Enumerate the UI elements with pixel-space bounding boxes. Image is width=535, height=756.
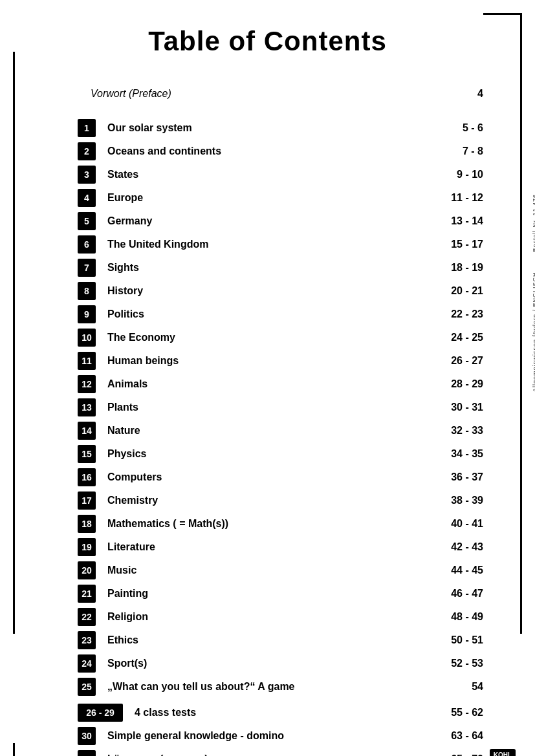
toc-pages: 26 - 27 xyxy=(431,355,483,367)
toc-row: 3States9 - 10 xyxy=(39,163,496,186)
toc-pages: 50 - 51 xyxy=(431,634,483,646)
num-badge: 24 xyxy=(78,654,96,673)
num-badge: 23 xyxy=(78,631,96,649)
num-badge: 3 xyxy=(78,166,96,184)
toc-row: 7Sights18 - 19 xyxy=(39,256,496,279)
toc-label: Painting xyxy=(107,588,431,599)
toc-pages: 34 - 35 xyxy=(431,448,483,460)
toc-pages: 38 - 39 xyxy=(431,495,483,506)
toc-row: 4Europe11 - 12 xyxy=(39,186,496,210)
toc-row: 10The Economy24 - 25 xyxy=(39,326,496,349)
toc-label: Religion xyxy=(107,611,431,623)
num-badge: 21 xyxy=(78,585,96,603)
num-badge: 5 xyxy=(78,212,96,230)
toc-pages: 18 - 19 xyxy=(431,262,483,274)
toc-label: Sport(s) xyxy=(107,658,431,669)
toc-pages: 63 - 64 xyxy=(431,730,483,742)
toc-label: 4 class tests xyxy=(135,707,431,718)
num-badge: 8 xyxy=(78,282,96,300)
toc-label: Plants xyxy=(107,402,431,413)
toc-row: 14Nature32 - 33 xyxy=(39,419,496,442)
toc-label: States xyxy=(107,169,431,180)
toc-pages: 11 - 12 xyxy=(431,192,483,204)
num-badge: 12 xyxy=(78,375,96,393)
num-badge: 11 xyxy=(78,352,96,370)
toc-label: Human beings xyxy=(107,355,431,367)
num-badge: 7 xyxy=(78,259,96,277)
vertical-text: Allgemeinwissen fördern / ENGLISCH — Bes… xyxy=(532,194,535,392)
num-badge: 18 xyxy=(78,515,96,533)
toc-label: Animals xyxy=(107,378,431,390)
toc-row: 25„What can you tell us about?“ A game54 xyxy=(39,675,496,698)
num-badge-wide: 26 - 29 xyxy=(78,704,123,722)
toc-row: 30Simple general knowledge - domino63 - … xyxy=(39,724,496,748)
toc-label: Our solar system xyxy=(107,122,431,134)
preface-page: 4 xyxy=(431,88,483,100)
toc-label: Music xyxy=(107,565,431,576)
toc-pages: 55 - 62 xyxy=(431,707,483,718)
toc-pages: 30 - 31 xyxy=(431,402,483,413)
toc-pages: 22 - 23 xyxy=(431,308,483,320)
toc-pages: 54 xyxy=(431,681,483,693)
toc-label: The United Kingdom xyxy=(107,239,431,250)
toc-row: 2Oceans and continents7 - 8 xyxy=(39,140,496,163)
toc-pages: 52 - 53 xyxy=(431,658,483,669)
num-badge: 14 xyxy=(78,422,96,440)
toc-pages: 46 - 47 xyxy=(431,588,483,599)
toc-pages: 44 - 45 xyxy=(431,565,483,576)
toc-label: The Economy xyxy=(107,332,431,343)
num-badge: 13 xyxy=(78,398,96,416)
num-badge: 22 xyxy=(78,608,96,626)
logo-box: KOHL xyxy=(490,749,516,756)
toc-row: 26 - 294 class tests55 - 62 xyxy=(39,701,496,724)
corner-decoration-top-right xyxy=(483,13,522,52)
toc-label: Computers xyxy=(107,471,431,483)
toc-pages: 32 - 33 xyxy=(431,425,483,437)
page: Allgemeinwissen fördern / ENGLISCH — Bes… xyxy=(0,0,535,756)
toc-label: Sights xyxy=(107,262,431,274)
toc-row: 15Physics34 - 35 xyxy=(39,442,496,466)
toc-label: Ethics xyxy=(107,634,431,646)
toc-label: „What can you tell us about?“ A game xyxy=(107,681,431,693)
toc-row: 21Painting46 - 47 xyxy=(39,582,496,605)
page-title: Table of Contents xyxy=(39,26,496,57)
toc-label: Politics xyxy=(107,308,431,320)
toc-label: Mathematics ( = Math(s)) xyxy=(107,518,431,530)
toc-row: 11Human beings26 - 27 xyxy=(39,349,496,373)
logo-area: KOHL www.kohlverlag.de xyxy=(472,749,516,756)
toc-pages: 42 - 43 xyxy=(431,541,483,553)
toc-label: Literature xyxy=(107,541,431,553)
toc-row: 9Politics22 - 23 xyxy=(39,303,496,326)
toc-row: 16Computers36 - 37 xyxy=(39,466,496,489)
toc-row: 24Sport(s)52 - 53 xyxy=(39,652,496,675)
toc-row: 23Ethics50 - 51 xyxy=(39,629,496,652)
toc-row: 31Lösungen (answers)65 - 70 xyxy=(39,748,496,756)
num-badge: 2 xyxy=(78,142,96,160)
toc-row: 6The United Kingdom15 - 17 xyxy=(39,233,496,256)
toc-label: Germany xyxy=(107,215,431,227)
preface-label: Vorwort (Preface) xyxy=(91,88,171,100)
toc-pages: 36 - 37 xyxy=(431,471,483,483)
toc-pages: 20 - 21 xyxy=(431,285,483,297)
num-badge: 19 xyxy=(78,538,96,556)
num-badge: 4 xyxy=(78,189,96,207)
toc-label: Nature xyxy=(107,425,431,437)
toc-label: Europe xyxy=(107,192,431,204)
toc-label: History xyxy=(107,285,431,297)
toc-row: 8History20 - 21 xyxy=(39,279,496,303)
num-badge: 10 xyxy=(78,329,96,347)
toc-pages: 40 - 41 xyxy=(431,518,483,530)
toc-label: Chemistry xyxy=(107,495,431,506)
toc-pages: 7 - 8 xyxy=(431,146,483,157)
toc-label: Simple general knowledge - domino xyxy=(107,730,431,742)
toc-row: 19Literature42 - 43 xyxy=(39,535,496,559)
num-badge: 20 xyxy=(78,561,96,579)
num-badge: 31 xyxy=(78,750,96,756)
toc-pages: 24 - 25 xyxy=(431,332,483,343)
toc-row: 17Chemistry38 - 39 xyxy=(39,489,496,512)
side-line-right xyxy=(520,52,522,634)
num-badge: 6 xyxy=(78,235,96,254)
vertical-text-label: Allgemeinwissen fördern / ENGLISCH xyxy=(532,272,535,393)
toc-label: Physics xyxy=(107,448,431,460)
vertical-text-order: Bestell-Nr. 11 476 xyxy=(532,194,535,252)
